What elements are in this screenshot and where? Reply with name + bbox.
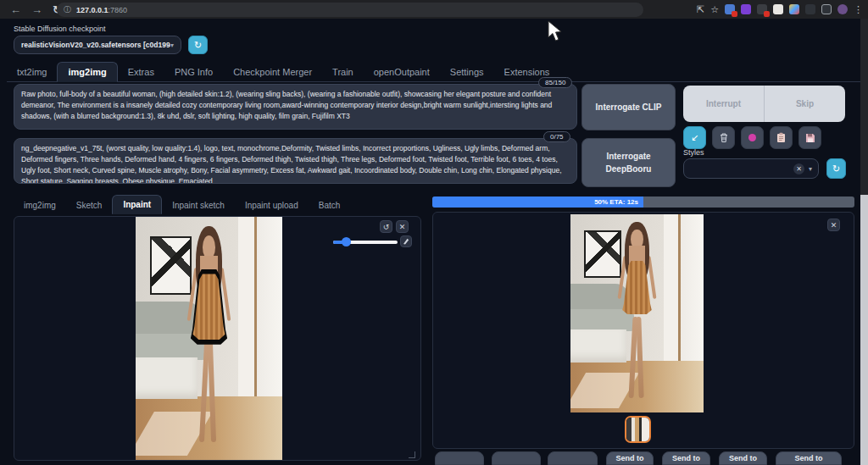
menu-dots-icon[interactable]: ⋮ xyxy=(854,4,863,15)
url-host: 127.0.0.1 xyxy=(76,6,108,14)
tab-img2img[interactable]: img2img xyxy=(57,62,117,82)
subtab-sketch[interactable]: Sketch xyxy=(66,197,113,214)
mouse-cursor xyxy=(547,20,564,42)
inpaint-source-image[interactable] xyxy=(136,217,282,460)
send-to-openoutpaint-button[interactable]: Send to xyxy=(776,451,842,465)
save-style-button[interactable] xyxy=(798,126,821,149)
extra-networks-button[interactable] xyxy=(741,126,764,149)
extension-icon[interactable] xyxy=(773,4,783,14)
checkpoint-dropdown[interactable]: realisticVisionV20_v20.safetensors [c0d1… xyxy=(14,36,181,54)
extension-icon[interactable] xyxy=(789,4,799,14)
styles-label: Styles xyxy=(683,148,704,157)
subtab-inpaint-upload[interactable]: Inpaint upload xyxy=(235,197,309,214)
send-to-inpaint-button[interactable]: Send to xyxy=(662,451,710,465)
main-tab-bar: txt2img img2img Extras PNG Info Checkpoi… xyxy=(7,63,861,82)
browser-toolbar: ← → ↻ ⓘ 127.0.0.1 :7860 ⇱ ☆ ⋮ xyxy=(0,0,868,19)
zip-button[interactable] xyxy=(492,451,541,465)
interrogate-deepbooru-button[interactable]: Interrogate DeepBooru xyxy=(581,138,676,187)
extension-icon[interactable] xyxy=(725,4,735,14)
chevron-down-icon: ▾ xyxy=(170,42,174,49)
site-info-icon[interactable]: ⓘ xyxy=(64,4,71,15)
subtab-batch[interactable]: Batch xyxy=(309,197,351,214)
resize-handle[interactable] xyxy=(409,451,415,458)
browser-actions: ⇱ ☆ ⋮ xyxy=(697,0,863,19)
negative-prompt-input[interactable]: ng_deepnegative_v1_75t, (worst quality, … xyxy=(14,138,577,184)
undo-button[interactable]: ↺ xyxy=(380,220,392,233)
clear-prompt-button[interactable] xyxy=(712,126,735,149)
subtab-img2img[interactable]: img2img xyxy=(14,197,66,214)
tab-openoutpaint[interactable]: openOutpaint xyxy=(364,63,440,81)
slider-handle[interactable] xyxy=(342,237,351,246)
trash-icon xyxy=(719,132,729,143)
floppy-save-icon xyxy=(805,133,815,143)
url-port: :7860 xyxy=(108,6,128,14)
tab-extras[interactable]: Extras xyxy=(118,63,164,81)
refresh-styles-button[interactable]: ↻ xyxy=(826,158,846,179)
brush-icon xyxy=(403,238,409,245)
prompt-input[interactable]: Raw photo, full-body of a beautiful woma… xyxy=(14,84,577,130)
paste-params-button[interactable]: ↙ xyxy=(683,126,706,149)
wall-art xyxy=(584,230,621,278)
tab-png-info[interactable]: PNG Info xyxy=(164,63,223,81)
chevron-down-icon: ▾ xyxy=(809,165,812,173)
interrogate-clip-button[interactable]: Interrogate CLIP xyxy=(581,84,676,130)
prompt-token-counter: 85/150 xyxy=(538,77,572,88)
progress-fill: 50% ETA: 12s xyxy=(432,197,643,208)
checkpoint-value: realisticVisionV20_v20.safetensors [c0d1… xyxy=(21,41,170,49)
interrupt-button[interactable]: Interrupt xyxy=(683,86,764,122)
address-bar[interactable]: ⓘ 127.0.0.1 :7860 xyxy=(57,3,643,17)
send-to-extras-button[interactable]: Send to xyxy=(719,451,767,465)
sidebar-icon[interactable] xyxy=(821,4,832,14)
negative-token-counter: 0/75 xyxy=(543,131,570,142)
clear-selection-icon[interactable]: ✕ xyxy=(793,163,804,174)
checkpoint-label: Stable Diffusion checkpoint xyxy=(14,25,105,33)
extension-icon[interactable] xyxy=(757,4,767,14)
skip-button[interactable]: Skip xyxy=(765,86,845,122)
tab-checkpoint-merger[interactable]: Checkpoint Merger xyxy=(223,63,322,81)
extension-icon[interactable] xyxy=(741,4,751,14)
generated-preview-image[interactable] xyxy=(570,214,704,412)
subtab-inpaint-sketch[interactable]: Inpaint sketch xyxy=(162,197,235,214)
wall-art xyxy=(150,236,191,295)
forward-icon[interactable]: → xyxy=(31,3,42,16)
brush-size-slider[interactable] xyxy=(333,238,398,246)
brush-color-button[interactable] xyxy=(400,235,412,247)
tab-train[interactable]: Train xyxy=(322,63,364,81)
tab-txt2img[interactable]: txt2img xyxy=(7,63,57,81)
extensions-puzzle-icon[interactable] xyxy=(805,4,815,14)
app-window: ← → ↻ ⓘ 127.0.0.1 :7860 ⇱ ☆ ⋮ Stable Dif… xyxy=(0,0,868,465)
share-icon[interactable]: ⇱ xyxy=(697,4,704,15)
close-preview-button[interactable]: ✕ xyxy=(827,219,840,231)
extra-networks-icon xyxy=(748,134,756,141)
apply-styles-button[interactable] xyxy=(770,126,793,149)
back-icon[interactable]: ← xyxy=(10,3,21,16)
clipboard-icon xyxy=(776,132,786,143)
send-to-img2img-button[interactable]: Send to xyxy=(606,451,654,465)
bookmark-star-icon[interactable]: ☆ xyxy=(710,4,719,15)
send-button[interactable] xyxy=(548,451,598,465)
progress-bar: 50% ETA: 12s xyxy=(432,197,854,208)
subtab-inpaint[interactable]: Inpaint xyxy=(112,195,162,214)
progress-text: 50% ETA: 12s xyxy=(594,198,643,206)
paste-arrow-icon: ↙ xyxy=(691,132,698,143)
clear-image-button[interactable]: ✕ xyxy=(396,220,409,233)
save-button[interactable] xyxy=(435,451,484,465)
refresh-checkpoint-button[interactable]: ↻ xyxy=(188,36,208,54)
scrollbar-thumb[interactable] xyxy=(860,195,868,465)
thumbnail-image xyxy=(626,418,649,441)
interrupt-skip-group: Interrupt Skip xyxy=(683,86,845,122)
profile-avatar[interactable] xyxy=(837,4,848,14)
img2img-mode-tab-bar: img2img Sketch Inpaint Inpaint sketch In… xyxy=(14,194,421,214)
gallery-thumbnail-selected[interactable] xyxy=(625,416,651,443)
styles-dropdown[interactable]: ✕ ▾ xyxy=(683,158,819,179)
tab-settings[interactable]: Settings xyxy=(440,63,494,81)
